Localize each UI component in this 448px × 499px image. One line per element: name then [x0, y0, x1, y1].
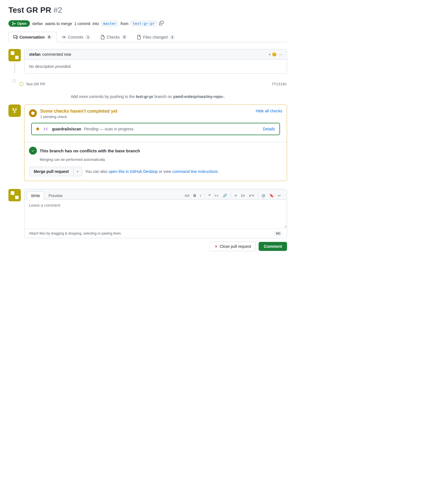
pr-tabs: Conversation 0 Commits 1 Checks 0 Files … — [8, 32, 287, 42]
comment-submit-button[interactable]: Comment — [259, 242, 287, 251]
editor-actions: Close pull request Comment — [24, 238, 287, 251]
tab-files-changed-count: 1 — [169, 35, 175, 39]
toolbar-bold-btn[interactable]: B — [192, 193, 197, 198]
comment-author-name: stefan — [29, 52, 41, 57]
check-details-link[interactable]: Details — [263, 127, 275, 131]
check-name: guardrails/scan — [52, 127, 81, 131]
pr-status-badge: Open — [8, 20, 30, 27]
checks-subtitle: 1 pending check — [40, 115, 117, 119]
toolbar-quote-btn[interactable]: ❝ — [207, 193, 212, 198]
toolbar-italic-btn[interactable]: i — [199, 193, 202, 198]
merge-dropdown-button[interactable] — [73, 167, 82, 176]
editor-tabs: Write Preview AA B i ❝ <> 🔗 ≡ 1≡ ✔≡ @ � — [24, 189, 287, 200]
tab-commits-label: Commits — [68, 35, 83, 39]
pr-meta: Open stefan wants to merge 1 commit into… — [8, 20, 287, 27]
add-commits-message: Add more commits by pushing to the test-… — [8, 94, 287, 99]
editor-toolbar: AA B i ❝ <> 🔗 ≡ 1≡ ✔≡ @ 🔖 ↩ — [183, 193, 285, 198]
toolbar-ul-btn[interactable]: ≡ — [233, 193, 238, 198]
tab-conversation-label: Conversation — [19, 35, 44, 39]
comment-textarea[interactable] — [24, 200, 287, 228]
toolbar-divider-3 — [258, 193, 258, 198]
toolbar-heading-btn[interactable]: AA — [183, 193, 191, 198]
open-label: Open — [17, 21, 26, 26]
pending-circle-inner — [31, 112, 35, 115]
checks-box: Some checks haven't completed yet 1 pend… — [24, 104, 287, 181]
add-commits-repo: yamil-enterprises/my-repo-. — [173, 94, 225, 99]
pr-commits-count: 1 commit — [74, 21, 90, 26]
commits-icon — [62, 35, 66, 39]
commit-label: Test GR PR — [26, 82, 45, 86]
comment-author-avatar — [8, 49, 21, 61]
files-changed-icon — [137, 35, 141, 39]
pr-number: #2 — [53, 6, 62, 15]
merge-button-row: Merge pull request You can also open thi… — [29, 167, 282, 176]
merge-check-circle — [29, 147, 37, 155]
guardrails-icon — [42, 127, 49, 131]
toolbar-code-btn[interactable]: <> — [213, 193, 220, 198]
tab-checks[interactable]: Checks 0 — [96, 32, 132, 42]
pending-circle — [29, 109, 37, 117]
copy-branch-icon[interactable] — [159, 21, 163, 26]
commit-dot — [12, 79, 16, 83]
close-pull-request-button[interactable]: Close pull request — [209, 242, 256, 251]
comment-editor-box: Write Preview AA B i ❝ <> 🔗 ≡ 1≡ ✔≡ @ � — [24, 189, 287, 238]
comment-editor: Write Preview AA B i ❝ <> 🔗 ≡ 1≡ ✔≡ @ � — [8, 189, 287, 251]
checks-section: Some checks haven't completed yet 1 pend… — [8, 104, 287, 181]
checks-section-icon — [8, 104, 21, 117]
commit-hash: 7f1319c — [272, 82, 287, 86]
comment-time: commented now — [42, 52, 71, 57]
check-status: Pending — scan in progress — [84, 127, 134, 131]
editor-tab-preview[interactable]: Preview — [44, 191, 67, 200]
checks-header: Some checks haven't completed yet 1 pend… — [24, 105, 287, 123]
merge-status-text: This branch has no conflicts with the ba… — [40, 148, 140, 153]
close-pr-icon — [214, 244, 218, 248]
check-pending-dot — [36, 128, 39, 130]
comment-section: stefan commented now + 😊 ··· No descript… — [8, 49, 287, 73]
pr-title: Test GR PR — [8, 6, 51, 15]
git-merge-icon — [12, 22, 16, 26]
more-options-icon[interactable]: ··· — [279, 52, 282, 57]
tab-conversation[interactable]: Conversation 0 — [8, 32, 57, 42]
checks-title: Some checks haven't completed yet — [40, 109, 117, 114]
toolbar-link-btn[interactable]: 🔗 — [221, 193, 229, 198]
toolbar-bookmark-btn[interactable]: 🔖 — [268, 193, 275, 198]
github-desktop-link[interactable]: open this in GitHub Desktop — [109, 169, 158, 174]
toolbar-mention-btn[interactable]: @ — [260, 193, 267, 198]
tab-commits-count: 1 — [85, 35, 91, 39]
checks-icon — [100, 35, 105, 39]
pr-into-text: into — [93, 21, 99, 26]
commit-avatar-icon: ⬡ — [19, 81, 24, 87]
tab-commits[interactable]: Commits 1 — [57, 32, 96, 42]
editor-footer: Attach files by dragging & dropping, sel… — [24, 229, 287, 238]
conversation-icon — [13, 35, 18, 39]
commenter-avatar — [8, 189, 21, 201]
check-item-guardrails: guardrails/scan Pending — scan in progre… — [31, 123, 280, 135]
hide-all-checks-link[interactable]: Hide all checks — [256, 109, 282, 113]
tab-conversation-count: 0 — [46, 35, 52, 39]
pr-from-text: from — [120, 21, 128, 26]
comment-box: stefan commented now + 😊 ··· No descript… — [24, 49, 287, 73]
pr-author: stefan — [32, 21, 43, 26]
close-pr-label: Close pull request — [219, 244, 251, 249]
add-commits-branch: test-gr-pr — [136, 94, 153, 99]
markdown-icon: MD — [274, 231, 282, 236]
merge-pull-request-button[interactable]: Merge pull request — [29, 167, 73, 176]
pr-meta-text: wants to merge — [45, 21, 72, 26]
editor-tab-write[interactable]: Write — [27, 191, 44, 200]
toolbar-divider-2 — [231, 193, 231, 198]
tab-files-changed-label: Files changed — [143, 35, 167, 39]
add-reaction-icon[interactable]: + 😊 — [268, 52, 277, 57]
merge-status-row: This branch has no conflicts with the ba… — [29, 147, 282, 155]
editor-footer-text: Attach files by dragging & dropping, sel… — [29, 231, 122, 235]
toolbar-task-btn[interactable]: ✔≡ — [247, 193, 256, 198]
pr-base-branch[interactable]: master — [101, 21, 118, 26]
tab-checks-label: Checks — [107, 35, 120, 39]
merge-btn-group: Merge pull request — [29, 167, 82, 176]
chevron-down-icon — [76, 170, 79, 173]
comment-body: No description provided. — [24, 60, 287, 73]
tab-files-changed[interactable]: Files changed 1 — [132, 32, 180, 42]
command-line-link[interactable]: command line instructions — [173, 169, 218, 174]
pr-head-branch[interactable]: test-gr-pr — [131, 21, 156, 26]
toolbar-ol-btn[interactable]: 1≡ — [239, 193, 246, 198]
toolbar-reply-btn[interactable]: ↩ — [276, 193, 282, 198]
